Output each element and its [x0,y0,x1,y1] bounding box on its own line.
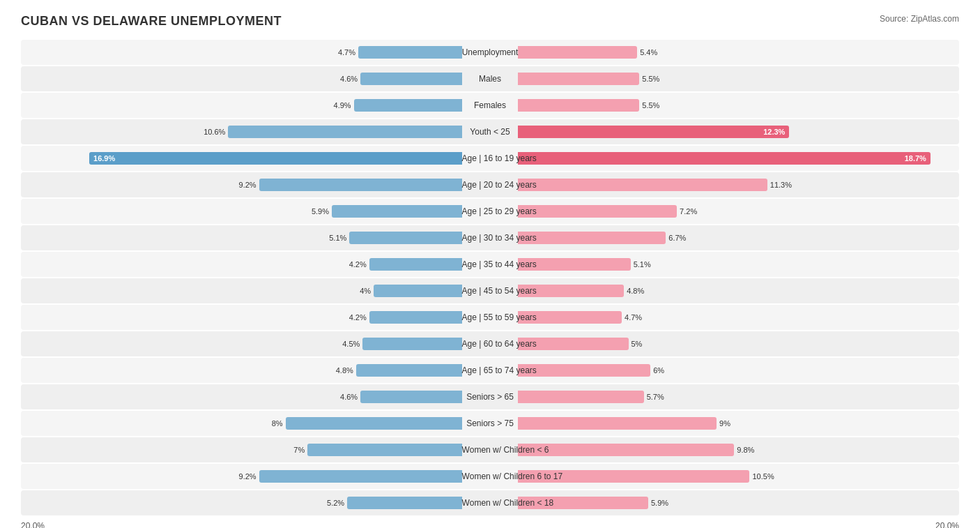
bar-delaware: 12.3% [518,126,789,138]
left-value: 9.2% [239,181,257,189]
row-label: Seniors > 75 [462,418,519,428]
left-bar-wrapper: 4.6% [21,389,462,405]
right-value: 5.9% [651,499,668,507]
right-value: 4.8% [627,287,644,295]
bar-cuban [347,497,461,509]
left-bar-wrapper: 9.2% [21,177,462,193]
right-section: 4.7% [518,305,959,330]
right-section: 7.2% [518,199,959,224]
right-section: 11.3% [518,172,959,197]
bar-delaware [518,179,767,191]
left-section: 4.6% [21,384,462,409]
bar-delaware: 18.7% [518,152,930,165]
bar-delaware [518,391,643,403]
right-bar-wrapper: 5.5% [518,98,959,113]
left-value: 5.2% [327,499,344,507]
left-value: 9.2% [239,472,257,481]
right-value: 5.7% [647,393,664,401]
left-section: 4.9% [21,93,462,118]
left-bar-wrapper: 4.7% [21,45,462,60]
table-row: 9.2% Age | 20 to 24 years 11.3% [21,172,959,197]
left-section: 9.2% [21,464,462,489]
left-bar-wrapper: 4.9% [21,98,462,113]
left-value: 8% [272,419,283,428]
right-bar-wrapper: 6.7% [518,230,959,246]
row-label: Age | 45 to 54 years [462,286,519,296]
table-row: 4.6% Seniors > 65 5.7% [21,384,959,409]
right-section: 9% [518,411,959,436]
left-value: 4.2% [349,260,367,269]
row-label: Age | 60 to 64 years [462,339,519,349]
left-section: 4.8% [21,358,462,383]
row-label: Youth < 25 [462,127,519,137]
row-label: Age | 35 to 44 years [462,259,519,269]
bar-delaware [518,417,717,430]
left-value: 4.6% [340,75,358,83]
right-value: 4.7% [625,313,642,322]
left-value: 4.6% [340,393,358,401]
left-value: 5.9% [312,207,329,216]
row-label: Males [462,74,519,84]
table-row: 4% Age | 45 to 54 years 4.8% [21,278,959,303]
right-bar-wrapper: 4.8% [518,283,959,299]
row-label: Women w/ Children < 6 [462,445,519,455]
right-value: 7.2% [680,207,697,216]
right-bar-wrapper: 5.1% [518,257,959,272]
left-section: 4.2% [21,252,462,277]
right-bar-wrapper: 9.8% [518,442,959,458]
table-row: 4.7% Unemployment 5.4% [21,40,959,65]
bar-cuban: 16.9% [89,152,462,165]
left-value-highlight: 16.9% [93,154,115,163]
left-value: 4.5% [342,340,360,348]
right-section: 5.1% [518,252,959,277]
right-bar-wrapper: 4.7% [518,310,959,325]
left-value: 10.6% [204,128,225,136]
right-section: 6.7% [518,225,959,250]
table-row: 4.2% Age | 55 to 59 years 4.7% [21,305,959,330]
left-bar-wrapper: 5.2% [21,495,462,511]
left-section: 8% [21,411,462,436]
right-section: 12.3% [518,119,959,144]
right-bar-wrapper: 10.5% [518,469,959,484]
left-section: 10.6% [21,119,462,144]
left-value: 4.8% [336,366,353,375]
table-row: 5.9% Age | 25 to 29 years 7.2% [21,199,959,224]
left-value: 4.7% [338,48,355,56]
row-label: Age | 65 to 74 years [462,365,519,375]
left-bar-wrapper: 4.8% [21,363,462,378]
right-section: 4.8% [518,278,959,303]
right-section: 5.9% [518,490,959,515]
row-label: Women w/ Children 6 to 17 [462,472,519,481]
left-section: 4.6% [21,66,462,91]
right-bar-wrapper: 6% [518,363,959,378]
right-bar-wrapper: 5.5% [518,71,959,86]
bar-cuban [374,285,462,297]
left-value: 4% [360,287,371,295]
row-label: Age | 16 to 19 years [462,153,519,163]
table-row: 5.1% Age | 30 to 34 years 6.7% [21,225,959,250]
right-value: 6% [653,366,664,375]
bar-delaware [518,73,639,85]
left-bar-wrapper: 4.2% [21,310,462,325]
bar-delaware [518,46,637,59]
right-value: 5.4% [640,48,657,56]
chart-body: 4.7% Unemployment 5.4% 4.6% [21,40,959,515]
bar-cuban [307,444,461,456]
table-row: 4.9% Females 5.5% [21,93,959,118]
right-bar-wrapper: 12.3% [518,124,959,139]
left-value: 4.2% [349,313,367,322]
left-section: 4.7% [21,40,462,65]
table-row: 5.2% Women w/ Children < 18 5.9% [21,490,959,515]
right-section: 6% [518,358,959,383]
bar-cuban [356,364,462,377]
left-bar-wrapper: 16.9% [21,151,462,166]
bar-cuban [360,391,462,403]
bar-cuban [362,338,461,350]
right-bar-wrapper: 5.7% [518,389,959,405]
bar-cuban [354,99,462,112]
bar-cuban [360,73,462,85]
table-row: 9.2% Women w/ Children 6 to 17 10.5% [21,464,959,489]
right-bar-wrapper: 5.4% [518,45,959,60]
bar-cuban [369,311,462,324]
chart-source: Source: ZipAtlas.com [880,14,959,24]
